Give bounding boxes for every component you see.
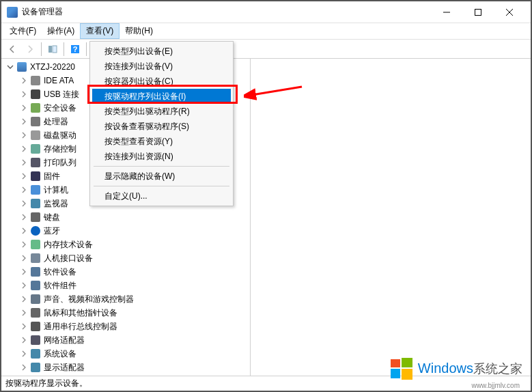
svg-rect-4 (48, 46, 52, 53)
content-area: XTZJ-20220 IDE ATA USB 连接 安全设备 (1, 59, 531, 376)
device-category-icon (30, 130, 41, 141)
tree-node-label: 处理器 (44, 116, 68, 128)
expand-icon[interactable] (19, 253, 29, 263)
window-controls (431, 2, 525, 23)
tree-node[interactable]: 通用串行总线控制器 (1, 320, 250, 333)
tree-node[interactable]: 鼠标和其他指针设备 (1, 306, 250, 320)
expand-icon[interactable] (19, 335, 29, 345)
expand-icon[interactable] (19, 308, 29, 318)
svg-rect-13 (402, 369, 412, 380)
tree-node[interactable]: 声音、视频和游戏控制器 (1, 292, 250, 306)
expand-icon[interactable] (19, 130, 29, 140)
device-category-icon (30, 89, 41, 100)
device-category-icon (30, 307, 41, 318)
expand-icon[interactable] (19, 185, 29, 195)
device-category-icon (30, 294, 41, 305)
device-category-icon (30, 362, 41, 373)
menu-help[interactable]: 帮助(H) (120, 23, 158, 39)
expand-icon[interactable] (19, 240, 29, 249)
view-menu-item[interactable]: 按设备查看驱动程序(S) (92, 119, 231, 134)
minimize-button[interactable] (431, 2, 462, 23)
view-menu-item[interactable]: 按类型列出驱动程序(R) (92, 104, 231, 119)
view-menu-show-hidden[interactable]: 显示隐藏的设备(W) (92, 169, 231, 184)
expand-icon[interactable] (19, 212, 29, 222)
show-hide-tree-button[interactable] (44, 42, 61, 57)
device-category-icon (30, 280, 41, 291)
tree-node-label: IDE ATA (44, 76, 74, 85)
device-category-icon (30, 143, 41, 154)
expand-icon[interactable] (19, 144, 29, 154)
tree-node-label: 网络适配器 (44, 335, 85, 346)
tree-node-label: 人机接口设备 (44, 253, 93, 264)
tree-node[interactable]: 软件组件 (1, 279, 250, 292)
expand-icon[interactable] (19, 158, 29, 167)
tree-node-label: 键盘 (44, 212, 60, 223)
device-category-icon (30, 184, 41, 195)
expand-icon[interactable] (19, 171, 29, 181)
tree-node[interactable]: 人机接口设备 (1, 251, 250, 265)
device-category-icon (30, 116, 41, 127)
toolbar-separator (64, 42, 64, 56)
tree-node[interactable]: 蓝牙 (1, 224, 250, 238)
tree-node[interactable]: 键盘 (1, 210, 250, 224)
svg-rect-5 (53, 46, 57, 53)
tree-node-label: 安全设备 (44, 102, 76, 114)
collapse-icon[interactable] (5, 62, 15, 72)
windows-logo-icon (389, 356, 414, 381)
tree-node-label: 声音、视频和游戏控制器 (44, 294, 134, 305)
maximize-button[interactable] (462, 2, 494, 23)
expand-icon[interactable] (19, 322, 29, 331)
toolbar-separator (41, 42, 42, 56)
status-text: 按驱动程序显示设备。 (5, 378, 87, 389)
view-menu-item[interactable]: 按类型列出设备(E) (92, 44, 231, 59)
device-category-icon (30, 102, 41, 113)
view-menu-item[interactable]: 按连接列出资源(N) (92, 149, 231, 164)
view-menu-item[interactable]: 按驱动程序列出设备(I) (92, 89, 231, 104)
app-icon (7, 7, 18, 18)
expand-icon[interactable] (19, 117, 29, 126)
menu-view[interactable]: 查看(V) (80, 23, 120, 39)
expand-icon[interactable] (19, 199, 29, 208)
device-category-icon (30, 171, 41, 182)
tree-node-label: 通用串行总线控制器 (44, 321, 117, 333)
svg-rect-11 (402, 358, 412, 367)
expand-icon[interactable] (19, 363, 29, 372)
tree-node-label: USB 连接 (44, 89, 79, 100)
expand-icon[interactable] (19, 267, 29, 277)
expand-icon[interactable] (19, 226, 29, 236)
tree-node[interactable]: 系统设备 (1, 347, 250, 361)
tree-node[interactable]: 网络适配器 (1, 333, 250, 347)
toolbar: ? (1, 40, 531, 59)
tree-node[interactable]: 显示适配器 (1, 361, 250, 374)
device-category-icon (30, 321, 41, 332)
tree-node[interactable]: 内存技术设备 (1, 238, 250, 251)
computer-icon (16, 61, 27, 72)
tree-root-label: XTZJ-20220 (30, 62, 75, 72)
back-button[interactable] (4, 42, 20, 57)
device-category-icon (30, 348, 41, 359)
expand-icon[interactable] (19, 349, 29, 359)
menu-separator (94, 166, 229, 167)
help-button[interactable]: ? (67, 42, 83, 57)
view-menu-item[interactable]: 按连接列出设备(V) (92, 59, 231, 74)
expand-icon[interactable] (19, 281, 29, 290)
watermark-text: Windows系统之家 (418, 361, 522, 377)
device-category-icon (30, 335, 41, 346)
expand-icon[interactable] (19, 76, 29, 85)
device-category-icon (30, 225, 41, 236)
menu-action[interactable]: 操作(A) (42, 23, 80, 39)
expand-icon[interactable] (19, 89, 29, 99)
tree-node[interactable]: 软件设备 (1, 265, 250, 279)
menu-file[interactable]: 文件(F) (4, 23, 42, 39)
forward-button[interactable] (22, 42, 38, 57)
menu-bar: 文件(F) 操作(A) 查看(V) 帮助(H) (1, 23, 531, 40)
expand-icon[interactable] (19, 103, 29, 113)
close-button[interactable] (494, 2, 525, 23)
view-menu-item[interactable]: 按类型查看资源(Y) (92, 134, 231, 149)
tree-node-label: 计算机 (44, 184, 68, 196)
svg-text:?: ? (73, 45, 78, 53)
expand-icon[interactable] (19, 294, 29, 304)
view-menu-customize[interactable]: 自定义(U)... (92, 188, 231, 204)
device-category-icon (30, 239, 41, 250)
view-menu-item[interactable]: 按容器列出设备(C) (92, 74, 231, 89)
